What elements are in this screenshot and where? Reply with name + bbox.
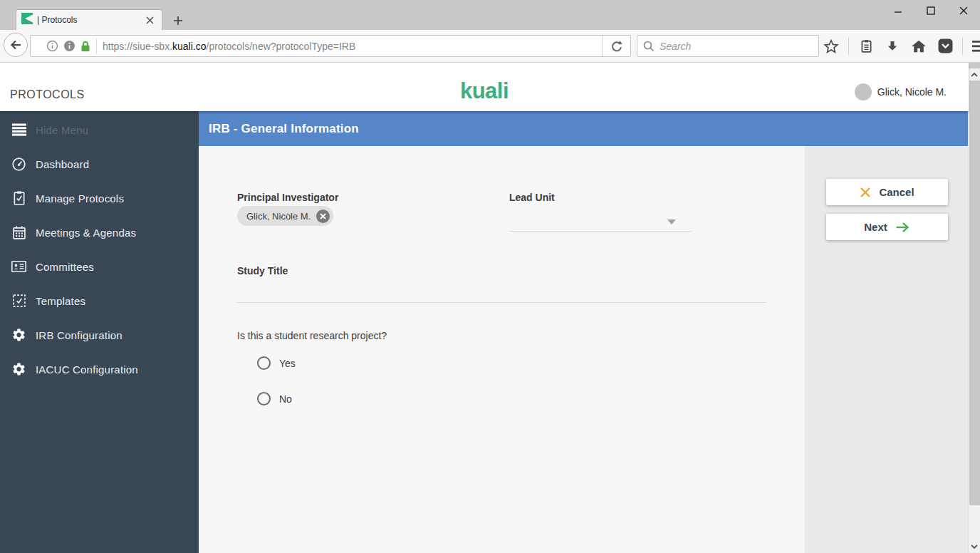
dashboard-icon bbox=[11, 157, 26, 172]
radio-option-yes[interactable]: Yes bbox=[257, 356, 296, 370]
user-name: Glick, Nicole M. bbox=[877, 86, 947, 98]
window-controls bbox=[882, 0, 980, 21]
sidebar-item-label: Dashboard bbox=[36, 158, 89, 170]
back-button[interactable] bbox=[4, 33, 28, 57]
menu-icon bbox=[11, 123, 26, 138]
action-panel: Cancel Next bbox=[805, 146, 969, 553]
study-title-label: Study Title bbox=[237, 265, 288, 276]
reload-icon[interactable] bbox=[602, 36, 630, 56]
sidebar-item-label: IACUC Configuration bbox=[36, 363, 138, 376]
toolbar-divider bbox=[848, 38, 849, 55]
tab-close-icon[interactable] bbox=[143, 14, 156, 26]
url-prefix: https://siue-sbx. bbox=[103, 41, 172, 52]
info-icon[interactable] bbox=[46, 40, 58, 52]
radio-label: No bbox=[279, 393, 292, 405]
lead-unit-select[interactable] bbox=[509, 207, 692, 232]
app-title: PROTOCOLS bbox=[10, 88, 85, 101]
chevron-down-icon bbox=[667, 219, 676, 224]
chip-value: Glick, Nicole M. bbox=[246, 211, 311, 222]
bookmarks-clipboard-icon[interactable] bbox=[857, 36, 875, 56]
url-divider bbox=[96, 38, 97, 54]
app-header: PROTOCOLS kuali Glick, Nicole M. bbox=[0, 63, 969, 111]
sidebar-item-hide-menu[interactable]: Hide Menu bbox=[0, 113, 199, 147]
maximize-icon[interactable] bbox=[914, 0, 947, 21]
browser-tab[interactable]: | Protocols bbox=[16, 9, 162, 30]
sidebar-item-label: Templates bbox=[36, 295, 85, 307]
sidebar-item-committees[interactable]: Committees bbox=[0, 249, 199, 284]
minimize-icon[interactable] bbox=[882, 0, 914, 21]
sidebar-item-iacuc-configuration[interactable]: IACUC Configuration bbox=[0, 352, 199, 386]
contact-card-icon bbox=[11, 259, 26, 274]
sidebar-item-templates[interactable]: Templates bbox=[0, 284, 199, 318]
gear-icon bbox=[11, 362, 26, 377]
study-title-input[interactable] bbox=[237, 281, 766, 303]
sidebar-item-meetings-agendas[interactable]: Meetings & Agendas bbox=[0, 215, 199, 249]
search-bar[interactable] bbox=[637, 35, 819, 57]
student-project-question: Is this a student research project? bbox=[237, 330, 387, 341]
kuali-logo: kuali bbox=[460, 78, 509, 104]
sidebar-item-label: Hide Menu bbox=[36, 124, 88, 136]
chip-remove-icon[interactable] bbox=[316, 210, 330, 223]
url-path: /protocols/new?protocolType=IRB bbox=[207, 41, 356, 52]
scrollbar-thumb[interactable] bbox=[969, 81, 980, 505]
principal-investigator-chip[interactable]: Glick, Nicole M. bbox=[237, 206, 333, 226]
pocket-icon[interactable] bbox=[936, 36, 954, 56]
sidebar-item-label: Manage Protocols bbox=[36, 192, 124, 205]
close-icon[interactable] bbox=[947, 0, 980, 21]
clipboard-check-icon bbox=[11, 191, 26, 206]
titlebar: | Protocols bbox=[0, 0, 980, 30]
next-arrow-icon bbox=[895, 222, 910, 233]
scroll-down-icon[interactable] bbox=[969, 541, 980, 552]
browser-window: | Protocols bbox=[0, 0, 980, 553]
sidebar-item-label: Meetings & Agendas bbox=[36, 227, 136, 239]
url-text[interactable]: https://siue-sbx.kuali.co/protocols/new?… bbox=[103, 41, 602, 52]
sidebar-item-label: IRB Configuration bbox=[36, 329, 123, 341]
sidebar-item-dashboard[interactable]: Dashboard bbox=[0, 147, 199, 181]
next-label: Next bbox=[864, 221, 887, 233]
url-domain: kuali.co bbox=[172, 41, 206, 52]
scroll-up-icon[interactable] bbox=[969, 69, 980, 81]
toolbar-icons bbox=[822, 35, 980, 57]
principal-investigator-label: Principal Investigator bbox=[237, 192, 338, 203]
identity-icon[interactable] bbox=[63, 40, 75, 52]
lead-unit-label: Lead Unit bbox=[509, 192, 555, 203]
toolbar-divider bbox=[962, 38, 963, 55]
gear-icon bbox=[11, 328, 26, 343]
radio-option-no[interactable]: No bbox=[257, 392, 292, 405]
url-bar[interactable]: https://siue-sbx.kuali.co/protocols/new?… bbox=[30, 35, 631, 57]
search-input[interactable] bbox=[660, 41, 813, 52]
radio-label: Yes bbox=[279, 358, 296, 369]
radio-button-icon[interactable] bbox=[257, 392, 271, 405]
home-icon[interactable] bbox=[909, 36, 928, 56]
template-check-icon bbox=[11, 294, 26, 309]
downloads-icon[interactable] bbox=[883, 36, 902, 56]
radio-button-icon[interactable] bbox=[257, 356, 271, 370]
cancel-label: Cancel bbox=[879, 186, 914, 198]
cancel-button[interactable]: Cancel bbox=[826, 179, 948, 205]
vertical-scrollbar[interactable] bbox=[968, 68, 980, 553]
search-icon bbox=[643, 41, 655, 52]
cancel-x-icon bbox=[860, 187, 871, 198]
section-header: IRB - General Information bbox=[199, 111, 969, 146]
sidebar: Hide Menu Dashboard Manage Protocols Mee… bbox=[0, 111, 199, 553]
sidebar-item-irb-configuration[interactable]: IRB Configuration bbox=[0, 318, 199, 352]
bookmark-star-icon[interactable] bbox=[822, 36, 840, 56]
kuali-favicon-icon bbox=[21, 13, 33, 27]
lock-icon[interactable] bbox=[80, 40, 90, 52]
form-area: Principal Investigator Glick, Nicole M. … bbox=[199, 146, 805, 553]
section-title: IRB - General Information bbox=[209, 122, 359, 136]
tab-title: | Protocols bbox=[37, 15, 143, 25]
sidebar-item-label: Committees bbox=[36, 261, 94, 273]
avatar bbox=[855, 83, 872, 100]
sidebar-item-manage-protocols[interactable]: Manage Protocols bbox=[0, 181, 199, 215]
menu-hamburger-icon[interactable] bbox=[971, 36, 980, 56]
new-tab-icon[interactable] bbox=[170, 13, 187, 29]
next-button[interactable]: Next bbox=[826, 214, 948, 240]
calendar-icon bbox=[11, 225, 26, 240]
user-menu[interactable]: Glick, Nicole M. bbox=[855, 83, 947, 100]
